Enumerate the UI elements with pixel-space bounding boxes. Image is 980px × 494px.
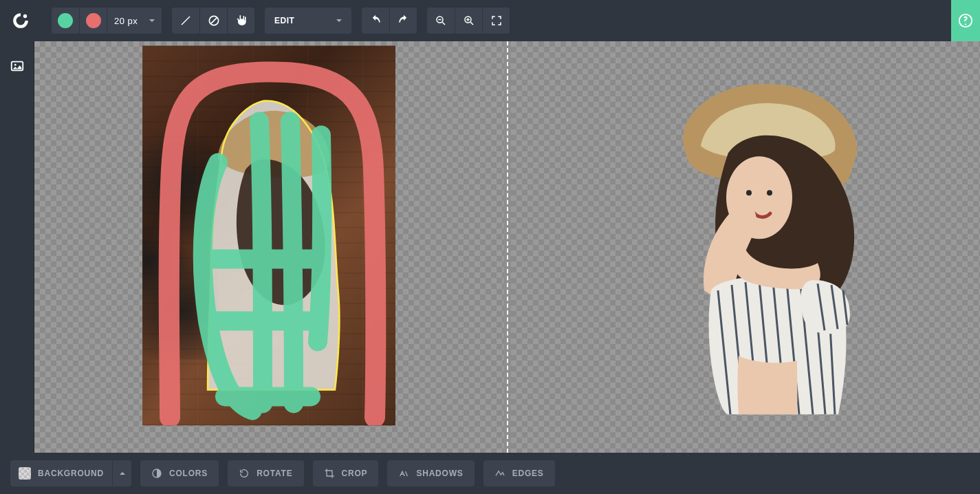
svg-point-9 (767, 190, 772, 195)
background-label: BACKGROUND (38, 469, 104, 478)
chevron-up-icon (120, 472, 125, 475)
keep-marker-button[interactable] (52, 8, 79, 34)
bottom-toolbar: BACKGROUND COLORS ROTATE CROP SHADOWS ED… (0, 453, 980, 494)
crop-label: CROP (342, 469, 368, 478)
crop-icon (324, 468, 335, 479)
brush-size-dropdown[interactable]: 20 px (107, 8, 162, 34)
background-button[interactable]: BACKGROUND (10, 460, 112, 486)
shadows-button[interactable]: SHADOWS (387, 460, 474, 486)
image-icon (10, 58, 25, 74)
background-dropdown-toggle[interactable] (112, 460, 131, 486)
source-image (142, 45, 395, 425)
zoom-out-button[interactable] (427, 8, 455, 34)
shadows-label: SHADOWS (416, 469, 463, 478)
images-sidebar-item[interactable] (0, 52, 34, 80)
chevron-down-icon (336, 19, 342, 22)
marker-group: 20 px (52, 8, 162, 34)
svg-point-6 (14, 64, 16, 66)
undo-button[interactable] (362, 8, 389, 34)
eraser-tool-button[interactable] (199, 8, 227, 34)
brush-size-label: 20 px (114, 16, 138, 26)
result-panel[interactable] (511, 41, 981, 453)
pan-tool-button[interactable] (227, 8, 254, 34)
scalpel-tool-button[interactable] (172, 8, 199, 34)
contrast-icon (151, 468, 162, 479)
edges-button[interactable]: EDGES (483, 460, 555, 486)
source-panel[interactable] (34, 41, 504, 453)
zoom-in-button[interactable] (455, 8, 482, 34)
edges-icon (494, 468, 505, 479)
rotate-label: ROTATE (257, 469, 292, 478)
remove-marker-button[interactable] (79, 8, 107, 34)
panel-divider[interactable] (504, 41, 511, 453)
top-toolbar: 20 px EDIT (0, 0, 980, 41)
result-image (663, 43, 869, 428)
rotate-icon (239, 468, 250, 479)
left-sidebar (0, 41, 34, 453)
help-button[interactable] (951, 0, 980, 41)
fit-screen-button[interactable] (482, 8, 510, 34)
tool-group (172, 8, 254, 34)
svg-point-0 (23, 14, 27, 18)
app-logo[interactable] (0, 0, 41, 41)
edit-mode-dropdown[interactable]: EDIT (265, 8, 351, 34)
rotate-button[interactable]: ROTATE (228, 460, 303, 486)
edit-mode-label: EDIT (274, 16, 294, 25)
transparency-icon (19, 467, 31, 480)
edit-group: EDIT (265, 8, 351, 34)
history-group (362, 8, 417, 34)
main-area (0, 41, 980, 453)
colors-button[interactable]: COLORS (140, 460, 219, 486)
workspace (34, 41, 980, 453)
redo-button[interactable] (389, 8, 417, 34)
edges-label: EDGES (512, 469, 544, 478)
chevron-down-icon (149, 19, 155, 22)
colors-label: COLORS (169, 469, 208, 478)
svg-point-8 (746, 190, 752, 195)
shadows-icon (398, 468, 409, 479)
crop-button[interactable]: CROP (313, 460, 379, 486)
zoom-group (427, 8, 510, 34)
background-group: BACKGROUND (10, 460, 131, 486)
